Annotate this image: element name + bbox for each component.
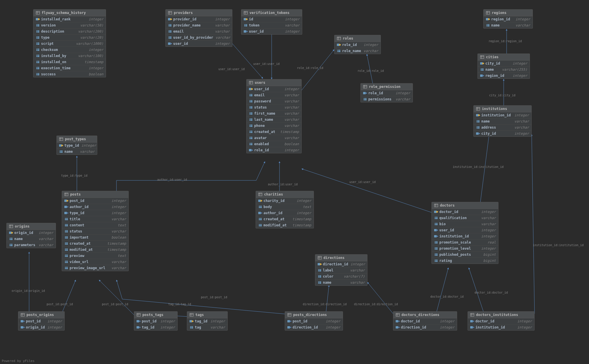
column-row[interactable]: doctor_idinteger bbox=[468, 318, 534, 324]
column-row[interactable]: previewtext bbox=[62, 253, 128, 259]
column-row[interactable]: installed_byvarchar(100) bbox=[33, 53, 106, 59]
column-row[interactable]: direction_idinteger bbox=[393, 324, 457, 330]
column-row[interactable]: idinteger bbox=[241, 16, 302, 22]
table-charities[interactable]: charitiescharity_idintegerbodytextauthor… bbox=[256, 191, 314, 228]
column-row[interactable]: emailvarchar bbox=[166, 29, 232, 35]
table-header[interactable]: origins bbox=[7, 223, 56, 230]
column-row[interactable]: doctor_idinteger bbox=[393, 318, 457, 324]
column-row[interactable]: phonevarchar bbox=[247, 123, 301, 129]
column-row[interactable]: institution_idinteger bbox=[432, 233, 498, 239]
column-row[interactable]: created_attimestamp bbox=[62, 241, 128, 247]
column-row[interactable]: origin_idinteger bbox=[7, 230, 56, 236]
table-header[interactable]: tags bbox=[187, 312, 227, 318]
table-cities[interactable]: citiescity_idintegernamevarchar(255)regi… bbox=[477, 54, 530, 79]
table-header[interactable]: doctors_directions bbox=[393, 312, 457, 318]
table-header[interactable]: posts bbox=[62, 191, 128, 198]
column-row[interactable]: post_idinteger bbox=[62, 198, 128, 204]
table-directions[interactable]: directionsdirection_idintegerlabelvarcha… bbox=[315, 254, 367, 286]
column-row[interactable]: charity_idinteger bbox=[256, 198, 314, 204]
column-row[interactable]: namevarchar bbox=[57, 149, 97, 155]
table-tags[interactable]: tagstag_idintegertagvarchar bbox=[187, 311, 228, 331]
column-row[interactable]: tagvarchar bbox=[187, 324, 227, 330]
column-row[interactable]: type_idinteger bbox=[57, 143, 97, 149]
column-row[interactable]: institution_idinteger bbox=[474, 112, 531, 118]
table-users[interactable]: usersuser_idintegeremailvarcharpasswordv… bbox=[246, 79, 302, 153]
table-header[interactable]: doctors_institutions bbox=[468, 312, 534, 318]
table-header[interactable]: posts_directions bbox=[285, 312, 343, 318]
table-verification_tokens[interactable]: verification_tokensidintegertokenvarchar… bbox=[241, 9, 302, 35]
column-row[interactable]: promotion_levelinteger bbox=[432, 246, 498, 252]
column-row[interactable]: user_idinteger bbox=[241, 29, 302, 34]
column-row[interactable]: video_urlvarchar bbox=[62, 259, 128, 265]
column-row[interactable]: post_idinteger bbox=[285, 318, 343, 324]
column-row[interactable]: created_attimestamp bbox=[247, 129, 301, 135]
table-header[interactable]: directions bbox=[315, 255, 367, 261]
column-row[interactable]: permissionsvarchar bbox=[361, 96, 413, 102]
column-row[interactable]: city_idinteger bbox=[478, 61, 530, 67]
table-header[interactable]: cities bbox=[478, 54, 530, 61]
column-row[interactable]: addressvarchar bbox=[474, 125, 531, 131]
column-row[interactable]: author_idinteger bbox=[256, 210, 314, 216]
column-row[interactable]: installed_rankinteger bbox=[33, 16, 106, 22]
column-row[interactable]: created_attimestamp bbox=[256, 216, 314, 222]
table-header[interactable]: doctors bbox=[432, 202, 498, 209]
column-row[interactable]: first_namevarchar bbox=[247, 111, 301, 117]
column-row[interactable]: checksuminteger bbox=[33, 47, 106, 53]
column-row[interactable]: direction_idinteger bbox=[315, 261, 367, 267]
column-row[interactable]: user_id_by_providervarchar bbox=[166, 35, 232, 41]
column-row[interactable]: institution_idinteger bbox=[468, 324, 534, 330]
column-row[interactable]: typevarchar(20) bbox=[33, 35, 106, 41]
table-header[interactable]: role_permission bbox=[361, 84, 413, 90]
table-posts_tags[interactable]: posts_tagspost_idintegertag_idinteger bbox=[134, 311, 178, 331]
table-header[interactable]: regions bbox=[484, 10, 533, 16]
column-row[interactable]: post_idinteger bbox=[134, 318, 177, 324]
column-row[interactable]: region_idinteger bbox=[478, 73, 530, 79]
column-row[interactable]: doctor_idinteger bbox=[432, 209, 498, 215]
column-row[interactable]: labelvarchar bbox=[315, 267, 367, 274]
table-header[interactable]: flyway_schema_history bbox=[33, 10, 106, 16]
table-header[interactable]: verification_tokens bbox=[241, 10, 302, 16]
column-row[interactable]: user_idinteger bbox=[247, 86, 301, 92]
table-doctors_directions[interactable]: doctors_directionsdoctor_idintegerdirect… bbox=[393, 311, 457, 331]
column-row[interactable]: installed_ontimestamp bbox=[33, 59, 106, 65]
table-post_types[interactable]: post_typestype_idintegernamevarchar bbox=[56, 136, 97, 155]
column-row[interactable]: tag_idinteger bbox=[187, 318, 227, 324]
table-header[interactable]: users bbox=[247, 79, 301, 86]
table-header[interactable]: roles bbox=[335, 35, 381, 42]
column-row[interactable]: importantboolean bbox=[62, 235, 128, 241]
column-row[interactable]: scriptvarchar(1000) bbox=[33, 41, 106, 47]
column-row[interactable]: role_idinteger bbox=[335, 42, 381, 48]
column-row[interactable]: namevarchar bbox=[315, 280, 367, 285]
table-header[interactable]: institutions bbox=[474, 106, 531, 112]
column-row[interactable]: modified_attimestamp bbox=[256, 222, 314, 228]
column-row[interactable]: successboolean bbox=[33, 71, 106, 77]
table-header[interactable]: post_types bbox=[57, 136, 97, 143]
table-posts_directions[interactable]: posts_directionspost_idintegerdirection_… bbox=[285, 311, 343, 331]
table-header[interactable]: posts_origins bbox=[18, 312, 64, 318]
table-header[interactable]: providers bbox=[166, 10, 232, 16]
column-row[interactable]: contenttext bbox=[62, 222, 128, 228]
table-header[interactable]: posts_tags bbox=[134, 312, 177, 318]
column-row[interactable]: namevarchar bbox=[484, 22, 533, 28]
column-row[interactable]: city_idinteger bbox=[474, 131, 531, 136]
column-row[interactable]: parametersvarchar bbox=[7, 242, 56, 248]
table-origins[interactable]: originsorigin_idintegernamevarcharparame… bbox=[6, 223, 56, 248]
table-doctors_institutions[interactable]: doctors_institutionsdoctor_idintegerinst… bbox=[468, 311, 535, 331]
column-row[interactable]: preview_image_urlvarchar bbox=[62, 265, 128, 271]
column-row[interactable]: post_idinteger bbox=[18, 318, 64, 324]
table-providers[interactable]: providersprovider_idintegerprovider_name… bbox=[165, 9, 232, 47]
column-row[interactable]: tokenvarchar bbox=[241, 22, 302, 29]
column-row[interactable]: titlevarchar bbox=[62, 216, 128, 222]
diagram-canvas[interactable]: flyway_schema_historyinstalled_rankinteg… bbox=[0, 0, 589, 364]
column-row[interactable]: tag_idinteger bbox=[134, 324, 177, 330]
table-institutions[interactable]: institutionsinstitution_idintegernamevar… bbox=[473, 105, 532, 137]
column-row[interactable]: passwordvarchar bbox=[247, 98, 301, 104]
column-row[interactable]: origin_idinteger bbox=[18, 324, 64, 330]
column-row[interactable]: role_idinteger bbox=[361, 90, 413, 96]
column-row[interactable]: namevarchar(255) bbox=[478, 67, 530, 73]
column-row[interactable]: enabledboolean bbox=[247, 141, 301, 147]
column-row[interactable]: direction_idinteger bbox=[285, 324, 343, 330]
column-row[interactable]: provider_idinteger bbox=[166, 16, 232, 22]
table-flyway_schema_history[interactable]: flyway_schema_historyinstalled_rankinteg… bbox=[33, 9, 106, 77]
column-row[interactable]: promotion_scalereal bbox=[432, 239, 498, 246]
